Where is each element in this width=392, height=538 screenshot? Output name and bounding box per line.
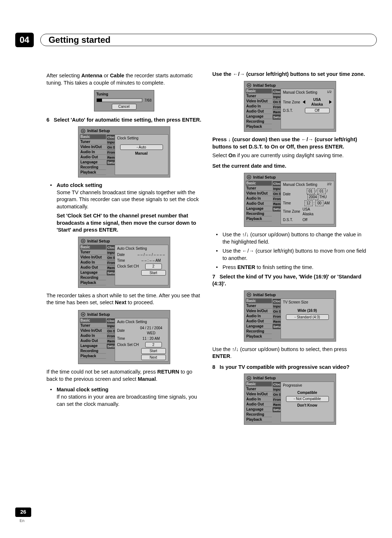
setup-icon bbox=[246, 83, 252, 88]
osd-clock-setting: Initial Setup BasicTunerVideo In/OutAudi… bbox=[78, 126, 170, 178]
svg-point-1 bbox=[82, 130, 84, 132]
p2: The recorder takes a short while to set … bbox=[46, 292, 201, 306]
arrow-right-icon[interactable] bbox=[329, 100, 332, 104]
osd-auto-clock-after: Initial Setup BasicTunerVideo In/OutAudi… bbox=[78, 310, 170, 364]
tuning-cancel-button[interactable]: Cancel bbox=[112, 104, 136, 110]
setdate-heading: Set the current date and time. bbox=[212, 163, 367, 170]
svg-point-3 bbox=[82, 241, 84, 242]
osd-auto-clock-before: Initial Setup BasicTunerVideo In/OutAudi… bbox=[78, 237, 170, 288]
osd-manual-date: Initial Setup BasicTunerVideo In/OutAudi… bbox=[244, 173, 336, 227]
on-text: Select On if you are currently using day… bbox=[212, 152, 367, 159]
auto-start-button[interactable]: Start bbox=[141, 270, 166, 276]
lang-code: En bbox=[20, 518, 24, 523]
time-hour-field[interactable]: 12 bbox=[305, 200, 313, 206]
setup-icon bbox=[246, 292, 252, 297]
left-column: After selecting Antenna or Cable the rec… bbox=[46, 71, 201, 429]
svg-point-9 bbox=[248, 176, 250, 178]
date-month-field[interactable]: 01 bbox=[307, 188, 315, 194]
tuning-progress bbox=[97, 98, 143, 102]
chapter-header: 04 Getting started bbox=[15, 33, 377, 47]
prog-dontknow-option[interactable]: Don't Know bbox=[297, 403, 317, 408]
osd-progressive: Initial Setup BasicTunerVideo In/OutAudi… bbox=[244, 374, 336, 425]
svg-point-13 bbox=[248, 378, 250, 379]
svg-point-5 bbox=[82, 314, 84, 315]
step-7-heading: 7Select the kind of TV you have, 'Wide (… bbox=[212, 273, 367, 288]
tv-standard-option[interactable]: Standard (4:3) bbox=[286, 314, 329, 320]
chapter-number: 04 bbox=[15, 33, 34, 47]
prog-notcompat-option[interactable]: Not Compatible bbox=[286, 396, 329, 402]
svg-point-11 bbox=[248, 294, 250, 296]
intro-text: After selecting Antenna or Cable the rec… bbox=[46, 72, 201, 86]
press-enter-bullet: Press ENTER to finish setting the time. bbox=[212, 264, 367, 271]
tz-heading: Use the ←/→ (cursor left/right) buttons … bbox=[212, 71, 367, 78]
cursor-leftright-bullet: Use the ←/→ (cursor left/right) buttons … bbox=[212, 248, 367, 262]
auto-next-button[interactable]: Next bbox=[141, 355, 166, 360]
osd-tv-size: Initial Setup BasicTunerVideo In/OutAudi… bbox=[244, 290, 336, 342]
step-8-heading: 8Is your TV compatible with progressive … bbox=[212, 364, 367, 371]
manual-clock-bullet: Manual clock setting If no stations in y… bbox=[46, 386, 201, 408]
set-clock-ch-instr: Set 'Clock Set CH' to the channel preset… bbox=[46, 212, 201, 234]
chapter-title: Getting started bbox=[49, 34, 111, 46]
tuning-count: 7/68 bbox=[144, 98, 151, 103]
date-year-field[interactable]: 2004 bbox=[307, 194, 318, 200]
setup-icon bbox=[246, 376, 252, 381]
clock-manual-option[interactable]: Manual bbox=[135, 151, 147, 156]
step-6-heading: 6Select 'Auto' for automatic time settin… bbox=[46, 117, 201, 124]
osd-left-menu: BasicTunerVideo In/OutAudio InAudio OutL… bbox=[80, 134, 106, 175]
setup-icon bbox=[81, 129, 86, 134]
tv-select-text: Use the ↑/↓ (cursor up/down) buttons to … bbox=[212, 346, 367, 360]
arrow-left-icon[interactable] bbox=[303, 100, 305, 104]
dst-heading: Press ↓ (cursor down) then use the ←/→ (… bbox=[212, 136, 367, 150]
dst-off-pill[interactable]: Off bbox=[305, 108, 330, 114]
clock-auto-option[interactable]: Auto bbox=[120, 144, 163, 150]
p3: If the time could not be set automatical… bbox=[46, 368, 201, 383]
tv-wide-option[interactable]: Wide (16:9) bbox=[298, 309, 317, 313]
setup-icon bbox=[81, 239, 86, 244]
svg-point-7 bbox=[248, 85, 250, 86]
tuning-title: Tuning bbox=[97, 92, 152, 97]
time-min-field[interactable]: 00 bbox=[315, 200, 323, 206]
date-day-field[interactable]: 01 bbox=[318, 188, 326, 194]
setup-icon bbox=[81, 312, 86, 317]
auto-start-button-2[interactable]: Start bbox=[141, 348, 166, 354]
prog-compat-option[interactable]: Compatible bbox=[297, 391, 317, 395]
chapter-title-wrap: Getting started bbox=[40, 34, 377, 46]
osd-manual-tz: Initial Setup BasicTunerVideo In/OutAudi… bbox=[244, 81, 336, 132]
right-column: Use the ←/→ (cursor left/right) buttons … bbox=[212, 71, 367, 429]
clock-set-ch[interactable]: 2 bbox=[145, 264, 162, 269]
page-number: 26 bbox=[15, 508, 31, 517]
setup-icon bbox=[246, 175, 252, 180]
tuning-osd: Tuning 7/68 Cancel bbox=[94, 90, 154, 111]
auto-clock-bullet: Auto clock setting Some TV channels broa… bbox=[46, 182, 201, 210]
cursor-updown-bullet: Use the ↑/↓ (cursor up/down) buttons to … bbox=[212, 231, 367, 245]
clock-set-ch-2[interactable]: 2 bbox=[145, 342, 162, 348]
